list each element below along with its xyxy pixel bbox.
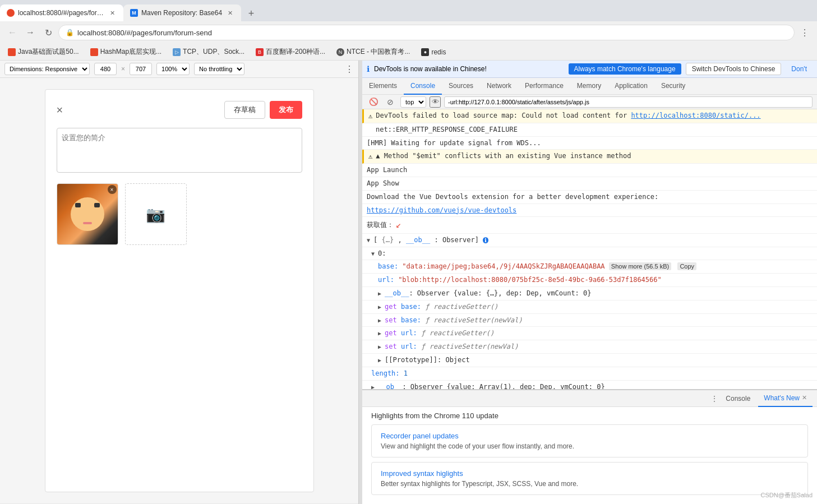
devtools-info-bar: ℹ DevTools is now available in Chinese! …	[362, 61, 817, 78]
msg-ob1-text: __ob__: Observer {value: {…}, dep: Dep, …	[385, 289, 813, 298]
image-add-button[interactable]: 📷	[125, 183, 187, 245]
show-more-button[interactable]: Show more (56.5 kB)	[609, 262, 671, 270]
ob1-triangle[interactable]	[378, 289, 381, 298]
height-input[interactable]	[130, 63, 152, 75]
item-0-triangle[interactable]	[371, 249, 375, 258]
console-msg-get-url[interactable]: get url: ƒ reactiveGetter()	[362, 327, 817, 340]
msg-array-text: [ {…} , __ob__ : Observer] ℹ	[373, 235, 813, 245]
tab-inactive[interactable]: M Maven Repository: Base64 ✕	[123, 4, 241, 21]
bottom-tab-whatsnew[interactable]: What's New ✕	[758, 390, 813, 407]
bookmark-3[interactable]: ▷ TCP、UDP、Sock...	[169, 46, 248, 58]
bottom-content: Highlights from the Chrome 110 update Re…	[362, 407, 817, 504]
tab-security[interactable]: Security	[654, 78, 692, 95]
url-filter-input[interactable]	[444, 96, 813, 108]
console-msg-1: ⚠ DevTools failed to load source map: Co…	[362, 109, 817, 123]
tab-elements[interactable]: Elements	[362, 78, 404, 95]
bottom-tab-console[interactable]: Console	[720, 390, 756, 407]
reload-button[interactable]: ↻	[40, 25, 56, 40]
form-actions: 存草稿 发布	[224, 101, 302, 119]
image-remove-button[interactable]: ×	[108, 185, 117, 194]
zoom-select[interactable]: 100%	[156, 63, 190, 75]
bookmark-5[interactable]: N NTCE - 中国教育考...	[333, 46, 413, 58]
msg-url-text: url: "blob:http://localhost:8080/075bf25…	[378, 275, 813, 285]
clear-console-button[interactable]: 🚫	[367, 95, 380, 109]
get-url-triangle[interactable]	[378, 329, 381, 338]
set-url-triangle[interactable]	[378, 342, 381, 352]
tab-console[interactable]: Console	[404, 78, 442, 95]
copy-button[interactable]: Copy	[677, 262, 696, 270]
card-2-title[interactable]: Improved syntax higlights	[381, 469, 798, 478]
bookmark-6[interactable]: ● redis	[418, 47, 449, 57]
update-card-1: Recorder panel updates View and highligh…	[371, 424, 808, 457]
webpage-panel: Dimensions: Responsive × 100% No throttl…	[0, 61, 359, 504]
console-content: ⚠ DevTools failed to load source map: Co…	[362, 109, 817, 389]
card-2-desc: Better syntax highlights for Typescript,…	[381, 480, 798, 488]
console-msg-ob2[interactable]: __ob__: Observer {value: Array(1), dep: …	[362, 381, 817, 389]
toolbar-more-icon[interactable]: ⋮	[345, 64, 354, 75]
bookmark-icon-5: N	[336, 48, 344, 56]
form-close-button[interactable]: ×	[57, 104, 63, 117]
whatsnew-close-icon[interactable]: ✕	[802, 394, 807, 401]
set-base-triangle[interactable]	[378, 316, 381, 325]
publish-button[interactable]: 发布	[270, 101, 302, 119]
warning-icon-2: ⚠	[368, 152, 372, 161]
bookmark-icon-2	[90, 48, 98, 56]
tab-memory[interactable]: Memory	[570, 78, 608, 95]
forward-button[interactable]: →	[22, 25, 38, 40]
msg-text-4: ▲ Method "$emit" conflicts with an exist…	[376, 151, 813, 161]
tab-active[interactable]: localhost:8080/#/pages/forun ✕	[0, 4, 123, 21]
console-msg-0[interactable]: 0:	[362, 247, 817, 261]
devtools-bottom: ⋮ Console What's New ✕ Highlights from t…	[362, 389, 817, 504]
dimensions-select[interactable]: Dimensions: Responsive	[4, 63, 90, 75]
console-msg-set-base[interactable]: set base: ƒ reactiveSetter(newVal)	[362, 314, 817, 327]
bio-textarea[interactable]	[57, 128, 302, 173]
image-upload-area: × 📷	[57, 183, 302, 245]
tab-performance[interactable]: Performance	[518, 78, 570, 95]
proto-obj-triangle[interactable]	[378, 355, 381, 365]
bookmark-1[interactable]: Java基础面试题50...	[4, 46, 82, 58]
bookmark-label-6: redis	[431, 48, 446, 56]
console-msg-ob1[interactable]: __ob__: Observer {value: {…}, dep: Dep, …	[362, 287, 817, 300]
info-badge[interactable]: ℹ	[483, 237, 488, 243]
msg-length-text: length: 1	[371, 369, 813, 378]
width-input[interactable]	[94, 63, 117, 75]
new-tab-button[interactable]: +	[243, 6, 259, 21]
update-card-2: Improved syntax higlights Better syntax …	[371, 462, 808, 495]
switch-chinese-button[interactable]: Switch DevTools to Chinese	[686, 63, 782, 75]
bookmark-icon-4: B	[256, 48, 264, 56]
console-msg-2: net::ERR_HTTP_RESPONSE_CODE_FAILURE	[362, 123, 817, 137]
tab-application[interactable]: Application	[608, 78, 654, 95]
tab-network[interactable]: Network	[480, 78, 518, 95]
throttle-select[interactable]: No throttling	[194, 63, 244, 75]
console-msg-get-base[interactable]: get base: ƒ reactiveGetter()	[362, 300, 817, 314]
console-msg-proto-obj[interactable]: [[Prototype]]: Object	[362, 354, 817, 367]
dont-button[interactable]: Don't	[786, 63, 813, 75]
ob2-triangle[interactable]	[371, 382, 375, 389]
msg-text-3: [HMR] Waiting for update signal from WDS…	[367, 138, 813, 148]
tab-sources[interactable]: Sources	[442, 78, 480, 95]
match-language-button[interactable]: Always match Chrome's language	[569, 63, 681, 75]
highlights-title: Highlights from the Chrome 110 update	[371, 411, 808, 420]
get-base-triangle[interactable]	[378, 302, 381, 312]
menu-button[interactable]: ⋮	[797, 25, 813, 40]
address-bar[interactable]: 🔒 localhost:8080/#/pages/forum/forum-sen…	[58, 25, 795, 40]
bookmark-label-1: Java基础面试题50...	[18, 47, 79, 57]
block-icon[interactable]: ⊘	[384, 95, 397, 109]
array-expand-triangle[interactable]	[367, 235, 370, 245]
source-map-link[interactable]: http://localhost:8080/static/...	[631, 112, 760, 119]
context-select[interactable]: top	[400, 96, 426, 108]
vue-devtools-link[interactable]: https://github.com/vuejs/vue-devtools	[367, 206, 516, 214]
dimensions-control: Dimensions: Responsive	[4, 63, 90, 75]
bookmark-2[interactable]: HashMap底层实现...	[87, 46, 165, 58]
bookmark-4[interactable]: B 百度翻译-200种语...	[252, 46, 329, 58]
back-button[interactable]: ←	[4, 25, 20, 40]
save-draft-button[interactable]: 存草稿	[224, 101, 265, 119]
tab-close-1[interactable]: ✕	[108, 8, 117, 17]
bottom-more-icon[interactable]: ⋮	[711, 395, 718, 403]
console-msg-array-root[interactable]: [ {…} , __ob__ : Observer] ℹ	[362, 234, 817, 247]
console-msg-set-url[interactable]: set url: ƒ reactiveSetter(newVal)	[362, 340, 817, 354]
card-1-title[interactable]: Recorder panel updates	[381, 432, 798, 440]
tab-close-2[interactable]: ✕	[225, 8, 234, 17]
eye-icon[interactable]: 👁	[430, 96, 441, 108]
console-msg-getvalue: 获取值： ↙	[362, 217, 817, 233]
